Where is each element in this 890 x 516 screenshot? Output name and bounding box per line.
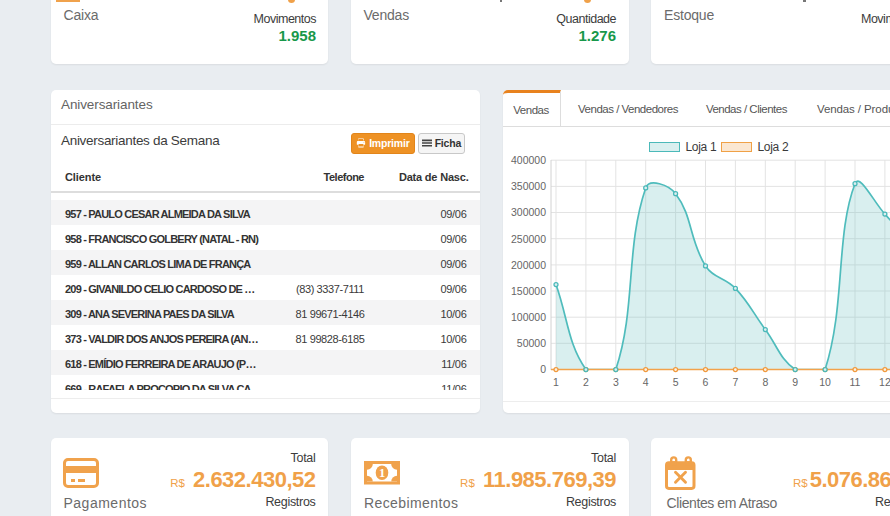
svg-text:200000: 200000 <box>511 259 546 271</box>
svg-text:10: 10 <box>819 376 831 388</box>
svg-text:5: 5 <box>673 376 679 388</box>
svg-text:350000: 350000 <box>511 180 546 192</box>
svg-text:250000: 250000 <box>511 233 546 245</box>
svg-text:50000: 50000 <box>517 337 546 349</box>
svg-text:7: 7 <box>732 376 738 388</box>
svg-text:9: 9 <box>792 376 798 388</box>
svg-text:2: 2 <box>583 376 589 388</box>
svg-text:1: 1 <box>553 376 559 388</box>
svg-text:150000: 150000 <box>511 285 546 297</box>
svg-text:12: 12 <box>879 376 890 388</box>
svg-text:6: 6 <box>703 376 709 388</box>
svg-text:1: 1 <box>379 466 385 480</box>
svg-text:100000: 100000 <box>511 311 546 323</box>
svg-text:3: 3 <box>613 376 619 388</box>
svg-text:300000: 300000 <box>511 206 546 218</box>
svg-text:4: 4 <box>643 376 649 388</box>
svg-text:0: 0 <box>540 363 546 375</box>
svg-text:400000: 400000 <box>511 154 546 166</box>
svg-text:11: 11 <box>850 376 861 388</box>
svg-text:8: 8 <box>762 376 768 388</box>
